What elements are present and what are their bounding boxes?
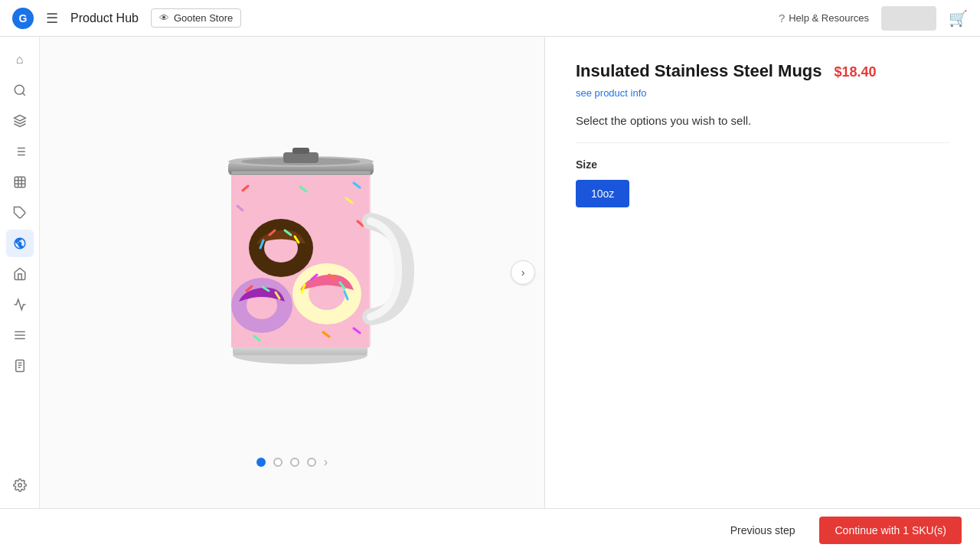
- image-dots: ›: [256, 455, 328, 469]
- image-panel: ›: [40, 37, 545, 508]
- see-product-info-link[interactable]: see product info: [576, 87, 949, 99]
- image-dot-1[interactable]: [256, 458, 266, 467]
- select-options-text: Select the options you wish to sell.: [576, 114, 949, 143]
- size-options: 10oz: [576, 180, 949, 207]
- sidebar-item-analytics[interactable]: [6, 291, 34, 318]
- image-panel-arrow-right[interactable]: ›: [511, 260, 535, 285]
- cart-icon[interactable]: 🛒: [949, 9, 968, 28]
- product-image: [109, 76, 476, 443]
- sidebar: ⌂: [0, 37, 40, 508]
- page-title: Product Hub: [70, 11, 139, 25]
- sidebar-item-layers[interactable]: [6, 107, 34, 135]
- svg-rect-9: [15, 177, 25, 187]
- top-navigation: G ☰ Product Hub 👁 Gooten Store ? Help & …: [0, 0, 980, 37]
- sidebar-item-store[interactable]: [6, 260, 34, 288]
- user-avatar[interactable]: [881, 6, 936, 31]
- sidebar-item-tag[interactable]: [6, 199, 34, 227]
- sidebar-item-invoices[interactable]: [6, 352, 34, 380]
- svg-rect-60: [292, 148, 309, 154]
- sidebar-item-list[interactable]: [6, 138, 34, 165]
- image-dot-4[interactable]: [307, 458, 316, 467]
- menu-icon[interactable]: ☰: [46, 10, 58, 27]
- footer-bar: Previous step Continue with 1 SKU(s): [0, 508, 980, 551]
- help-icon: ?: [779, 11, 785, 24]
- sidebar-item-search[interactable]: [6, 77, 34, 104]
- content-area: ›: [40, 37, 980, 508]
- size-option-10oz[interactable]: 10oz: [576, 180, 629, 207]
- main-layout: ⌂: [0, 37, 980, 508]
- svg-marker-2: [14, 116, 25, 122]
- product-header: Insulated Stainless Steel Mugs $18.40: [576, 61, 949, 81]
- sidebar-item-home[interactable]: ⌂: [6, 46, 34, 73]
- help-resources-link[interactable]: ? Help & Resources: [779, 11, 869, 24]
- continue-button[interactable]: Continue with 1 SKU(s): [819, 517, 962, 544]
- svg-point-0: [15, 85, 24, 94]
- topnav-right: ? Help & Resources 🛒: [779, 6, 968, 31]
- product-title: Insulated Stainless Steel Mugs: [576, 61, 822, 81]
- sidebar-item-design[interactable]: [6, 230, 34, 257]
- dots-arrow-next[interactable]: ›: [324, 455, 328, 469]
- eye-icon: 👁: [159, 12, 169, 24]
- detail-panel: Insulated Stainless Steel Mugs $18.40 se…: [545, 37, 980, 508]
- gooten-store-button[interactable]: 👁 Gooten Store: [151, 8, 241, 28]
- sidebar-item-orders[interactable]: [6, 321, 34, 349]
- previous-step-button[interactable]: Previous step: [718, 518, 808, 543]
- svg-rect-59: [283, 152, 318, 163]
- product-price: $18.40: [835, 64, 877, 80]
- size-label: Size: [576, 158, 949, 171]
- image-dot-2[interactable]: [273, 458, 283, 467]
- svg-point-23: [18, 484, 21, 487]
- svg-rect-61: [231, 171, 371, 176]
- image-dot-3[interactable]: [290, 458, 299, 467]
- sidebar-item-settings[interactable]: [6, 471, 34, 499]
- sidebar-item-chart[interactable]: [6, 168, 34, 196]
- logo: G: [12, 8, 34, 29]
- svg-line-1: [22, 93, 24, 95]
